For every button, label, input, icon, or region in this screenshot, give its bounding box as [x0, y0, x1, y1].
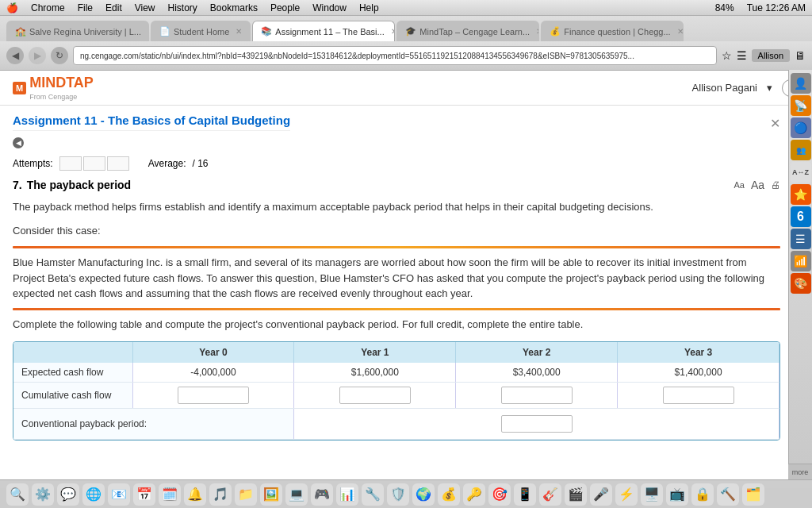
profile-button[interactable]: Allison [752, 49, 790, 62]
cumulative-cf-year3-input[interactable] [663, 387, 734, 404]
dock-computer[interactable]: 💻 [285, 483, 308, 506]
tab-close-icon[interactable]: ✕ [677, 27, 684, 36]
browser-toolbar: ◀ ▶ ↻ ng.cengage.com/static/nb/ui/index.… [0, 41, 812, 70]
dock-phone[interactable]: 📱 [514, 483, 536, 506]
dock-preferences[interactable]: ⚙️ [32, 483, 54, 506]
menu-chrome[interactable]: Chrome [31, 2, 65, 13]
tab-close-icon[interactable]: ✕ [391, 27, 396, 36]
dock-globe[interactable]: 🌍 [412, 483, 435, 506]
dock-finance[interactable]: 💰 [438, 483, 460, 506]
cumulative-cf-year2-input[interactable] [501, 387, 573, 404]
menu-file[interactable]: File [78, 2, 93, 13]
back-button[interactable]: ◀ [6, 47, 24, 64]
dock-reminders[interactable]: 🗓️ [159, 483, 181, 506]
tab-mindtap[interactable]: 🎓 MindTap – Cengage Learn... ✕ [396, 21, 539, 41]
tab-bar: 🏫 Salve Regina University | L... ✕ 📄 Stu… [0, 16, 812, 41]
more-button[interactable]: more [788, 464, 812, 479]
dock-messages[interactable]: 💬 [57, 483, 79, 506]
dock-notifications[interactable]: 🔔 [184, 483, 206, 506]
cumulative-cf-year0-cell [132, 383, 294, 409]
dock-monitor[interactable]: 🖥️ [641, 483, 663, 506]
back-icon[interactable]: ◀ [13, 137, 24, 148]
dock-security[interactable]: 🛡️ [387, 483, 409, 506]
text-small-icon[interactable]: Aa [733, 180, 744, 190]
dock-photos[interactable]: 🖼️ [260, 483, 282, 506]
dock-guitar[interactable]: 🎸 [539, 483, 561, 506]
dock-keys[interactable]: 🔑 [463, 483, 485, 506]
menu-view[interactable]: View [135, 2, 155, 13]
list-sidebar-icon[interactable]: ☰ [791, 229, 811, 249]
menu-window[interactable]: Window [312, 2, 347, 13]
text-large-icon[interactable]: Aa [751, 179, 764, 191]
tab-label: Assignment 11 – The Basi... [275, 27, 384, 37]
rss-sidebar-icon[interactable]: 📡 [791, 95, 811, 116]
cash-flow-table-container: Year 0 Year 1 Year 2 Year 3 Expected cas… [13, 341, 780, 441]
dock-finder[interactable]: 🔍 [6, 483, 29, 506]
dock-hammer[interactable]: 🔨 [717, 483, 739, 506]
print-icon[interactable]: 🖨 [771, 179, 780, 190]
apple-logo[interactable]: 🍎 [6, 2, 18, 13]
tab-salve-regina[interactable]: 🏫 Salve Regina University | L... ✕ [6, 21, 149, 41]
dock-safari[interactable]: 🌐 [82, 483, 105, 506]
cumulative-cashflow-row: Cumulative cash flow [13, 383, 779, 409]
menu-help[interactable]: Help [359, 2, 379, 13]
person-sidebar-icon[interactable]: 👤 [791, 73, 811, 94]
dock-numbers[interactable]: 📊 [336, 483, 358, 506]
dock-files[interactable]: 📁 [235, 483, 257, 506]
address-bar[interactable]: ng.cengage.com/static/nb/ui/index.html?n… [73, 46, 717, 65]
tab-favicon: 🎓 [405, 26, 416, 37]
table-header-row: Year 0 Year 1 Year 2 Year 3 [13, 342, 779, 363]
dock-mail[interactable]: 📧 [108, 483, 130, 506]
close-button[interactable]: ✕ [770, 110, 780, 131]
circle-sidebar-icon[interactable]: 🔵 [791, 117, 811, 138]
dock-lock[interactable]: 🔒 [691, 483, 714, 506]
tab-label: Finance question | Chegg... [564, 27, 670, 37]
cumulative-cf-year0-input[interactable] [178, 387, 249, 404]
tab-favicon: 🏫 [15, 26, 26, 37]
dock-video[interactable]: 🎬 [565, 483, 587, 506]
tab-close-icon[interactable]: ✕ [236, 27, 242, 36]
menu-bookmarks[interactable]: Bookmarks [210, 2, 258, 13]
dock-power[interactable]: ⚡ [615, 483, 638, 506]
color-sidebar-icon[interactable]: 🎨 [791, 273, 811, 294]
cash-flow-table: Year 0 Year 1 Year 2 Year 3 Expected cas… [13, 342, 779, 440]
menu-people[interactable]: People [270, 2, 300, 13]
menu-bar: 🍎 Chrome File Edit View History Bookmark… [0, 0, 812, 16]
tab-label: Student Home [174, 27, 229, 37]
wifi-sidebar-icon[interactable]: 📶 [791, 251, 811, 271]
tab-favicon: 📚 [261, 26, 272, 37]
average-value: / 16 [193, 158, 209, 169]
user-dropdown-icon[interactable]: ▾ [767, 82, 772, 94]
attempts-bar: Attempts: Average: / 16 [13, 156, 780, 171]
dock-tools[interactable]: 🔧 [362, 483, 384, 506]
tab-finance[interactable]: 💰 Finance question | Chegg... ✕ [541, 21, 684, 41]
menu-icon[interactable]: ☰ [737, 49, 747, 62]
consider-text: Consider this case: [13, 223, 780, 239]
tab-close-icon[interactable]: ✕ [147, 27, 149, 36]
dock-mic[interactable]: 🎤 [590, 483, 612, 506]
tab-assignment[interactable]: 📚 Assignment 11 – The Basi... ✕ [252, 21, 395, 41]
payback-period-input[interactable] [501, 415, 573, 433]
dock-music[interactable]: 🎵 [209, 483, 232, 506]
dock-folders[interactable]: 🗂️ [742, 483, 764, 506]
az-sidebar-icon[interactable]: A↔Z [791, 162, 811, 183]
menu-edit[interactable]: Edit [105, 2, 122, 13]
dock: 🔍 ⚙️ 💬 🌐 📧 📅 🗓️ 🔔 🎵 📁 🖼️ 💻 🎮 📊 🔧 🛡️ 🌍 💰 … [0, 479, 812, 508]
star-sidebar-icon[interactable]: ⭐ [791, 184, 811, 205]
dock-target[interactable]: 🎯 [488, 483, 511, 506]
cast-icon[interactable]: 🖥 [795, 49, 806, 62]
six-sidebar-icon[interactable]: 6 [791, 206, 811, 227]
forward-button[interactable]: ▶ [29, 47, 46, 64]
human-sidebar-icon[interactable]: 👥 [791, 140, 811, 160]
menu-history[interactable]: History [168, 2, 197, 13]
dock-tv[interactable]: 📺 [666, 483, 688, 506]
tab-close-icon[interactable]: ✕ [536, 27, 539, 36]
bookmark-star[interactable]: ☆ [722, 49, 732, 62]
url-text: ng.cengage.com/static/nb/ui/index.html?n… [80, 52, 634, 60]
refresh-button[interactable]: ↻ [51, 47, 68, 64]
dock-games[interactable]: 🎮 [311, 483, 333, 506]
dock-calendar[interactable]: 📅 [133, 483, 155, 506]
cumulative-cf-year1-input[interactable] [339, 387, 411, 404]
tab-student-home[interactable]: 📄 Student Home ✕ [151, 21, 251, 41]
cumulative-cf-year1-cell [294, 383, 456, 409]
